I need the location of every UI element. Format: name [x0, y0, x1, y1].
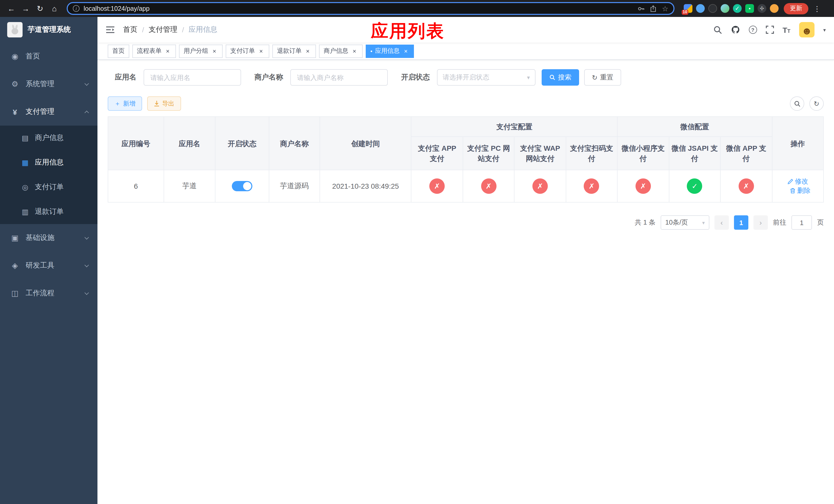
extension-icon-3[interactable] [708, 4, 717, 13]
address-bar[interactable]: i localhost:1024/pay/app ☆ [67, 2, 675, 15]
fullscreen-icon[interactable] [766, 26, 774, 34]
merchant-name-input[interactable] [290, 69, 388, 86]
toggle-search-icon-button[interactable] [790, 96, 804, 111]
search-button[interactable]: 搜索 [542, 69, 579, 86]
help-icon[interactable]: ? [749, 26, 757, 34]
plus-icon: ＋ [114, 99, 120, 108]
search-button-label: 搜索 [558, 73, 571, 82]
yen-icon: ¥ [10, 108, 20, 116]
export-button-label: 导出 [162, 99, 174, 108]
extension-icon-7[interactable]: ✣ [758, 4, 766, 13]
sidebar-item-label: 支付订单 [35, 183, 64, 192]
close-icon[interactable]: × [351, 47, 358, 54]
avatar-dropdown-caret-icon[interactable]: ▾ [823, 27, 826, 32]
close-icon[interactable]: × [304, 47, 311, 54]
cell-status [215, 170, 269, 202]
tab-user-group[interactable]: 用户分组 × [179, 44, 223, 58]
url-text[interactable]: localhost:1024/pay/app [84, 5, 634, 12]
extension-icon-1[interactable]: 10 [684, 4, 693, 13]
browser-menu-icon[interactable]: ⋮ [810, 4, 824, 13]
breadcrumb-payment[interactable]: 支付管理 [149, 25, 177, 35]
status-toggle[interactable] [232, 181, 253, 191]
tab-label: 首页 [112, 47, 125, 55]
total-count: 共 1 条 [635, 218, 656, 227]
next-page-button[interactable]: › [753, 215, 768, 230]
close-icon[interactable]: × [402, 47, 409, 54]
screen: ← → ↻ ⌂ i localhost:1024/pay/app ☆ 10 [0, 0, 834, 504]
share-icon[interactable] [650, 5, 657, 12]
browser-back-icon[interactable]: ← [5, 2, 18, 15]
cell-config-alipay-app: ✗ [411, 170, 463, 202]
reset-button[interactable]: ↻ 重置 [584, 69, 621, 86]
extension-icon-5[interactable]: ✓ [733, 4, 742, 13]
sidebar-item-dev-tools[interactable]: ◈ 研发工具 [0, 252, 97, 279]
browser-home-icon[interactable]: ⌂ [48, 2, 61, 15]
extension-icon-6[interactable]: ▪ [745, 4, 754, 13]
sidebar-item-label: 研发工具 [26, 261, 54, 270]
sidebar-item-merchant-info[interactable]: ▤ 商户信息 [0, 125, 97, 150]
column-header-created: 创建时间 [320, 117, 411, 170]
sidebar-item-pay-order[interactable]: ◎ 支付订单 [0, 175, 97, 200]
github-icon[interactable] [731, 25, 740, 35]
sidebar-item-app-info[interactable]: ▦ 应用信息 [0, 150, 97, 175]
cell-config-alipay-wap: ✗ [514, 170, 566, 202]
cell-config-alipay-qr: ✗ [566, 170, 618, 202]
page-size-select[interactable]: 10条/页 ▾ [661, 215, 709, 230]
bookmark-star-icon[interactable]: ☆ [662, 4, 668, 13]
breadcrumb-home[interactable]: 首页 [123, 25, 137, 35]
status-select-placeholder: 请选择开启状态 [443, 73, 489, 82]
logo-image [7, 22, 23, 38]
cell-actions: 修改 删除 [772, 170, 824, 202]
profile-avatar[interactable] [770, 4, 778, 13]
delete-link[interactable]: 删除 [790, 186, 811, 196]
tab-home[interactable]: 首页 [108, 44, 129, 58]
page-info-icon[interactable]: i [73, 5, 80, 12]
password-key-icon[interactable] [638, 5, 645, 12]
avatar[interactable]: ☻ [799, 22, 814, 38]
close-icon[interactable]: × [164, 47, 171, 54]
add-button[interactable]: ＋ 新增 [108, 96, 142, 111]
refresh-table-button[interactable]: ↻ [809, 96, 824, 111]
app-title: 芋道管理系统 [28, 25, 71, 35]
sidebar-item-label: 支付管理 [26, 107, 54, 116]
search-icon[interactable] [713, 25, 722, 34]
extension-icon-2[interactable] [696, 4, 705, 13]
sidebar-item-refund-order[interactable]: ▥ 退款订单 [0, 200, 97, 224]
close-icon[interactable]: × [211, 47, 218, 54]
column-header-id: 应用编号 [108, 117, 164, 170]
sidebar-item-system[interactable]: ⚙ 系统管理 [0, 70, 97, 98]
sidebar-item-label: 系统管理 [26, 79, 54, 89]
navbar: 首页 / 支付管理 / 应用信息 ? [97, 17, 834, 43]
sidebar-item-infrastructure[interactable]: ▣ 基础设施 [0, 224, 97, 252]
cell-created: 2021-10-23 08:49:25 [320, 170, 411, 202]
close-icon[interactable]: × [258, 47, 265, 54]
status-select[interactable]: 请选择开启状态 ▾ [437, 69, 535, 86]
current-page-button[interactable]: 1 [734, 215, 748, 230]
status-cross-icon: ✗ [584, 178, 599, 194]
cell-config-wechat-jsapi: ✓ [669, 170, 720, 202]
app-name-input[interactable] [144, 69, 241, 86]
prev-page-button[interactable]: ‹ [715, 215, 729, 230]
goto-page-input[interactable] [791, 215, 812, 230]
sidebar-item-label: 工作流程 [26, 289, 54, 298]
export-button[interactable]: 导出 [147, 96, 181, 111]
font-size-icon[interactable]: TT [783, 25, 790, 34]
browser-forward-icon[interactable]: → [20, 2, 32, 15]
app-name-label: 应用名 [115, 73, 136, 82]
hamburger-icon[interactable] [106, 26, 115, 34]
sidebar-item-workflow[interactable]: ◫ 工作流程 [0, 279, 97, 307]
tab-refund-order[interactable]: 退款订单 × [272, 44, 316, 58]
tab-pay-order[interactable]: 支付订单 × [226, 44, 269, 58]
browser-reload-icon[interactable]: ↻ [34, 2, 46, 15]
breadcrumb: 首页 / 支付管理 / 应用信息 [123, 25, 218, 35]
sidebar-item-home[interactable]: ◉ 首页 [0, 43, 97, 70]
extension-icon-4[interactable] [721, 4, 729, 13]
sidebar-item-payment[interactable]: ¥ 支付管理 [0, 98, 97, 125]
browser-update-button[interactable]: 更新 [784, 3, 808, 14]
tab-merchant-info[interactable]: 商户信息 × [319, 44, 363, 58]
edit-link[interactable]: 修改 [787, 177, 808, 186]
toolbar: ＋ 新增 导出 ↻ [108, 96, 824, 111]
tab-app-info[interactable]: ● 应用信息 × [366, 44, 414, 58]
tab-process-form[interactable]: 流程表单 × [132, 44, 176, 58]
cell-merchant: 芋道源码 [269, 170, 320, 202]
